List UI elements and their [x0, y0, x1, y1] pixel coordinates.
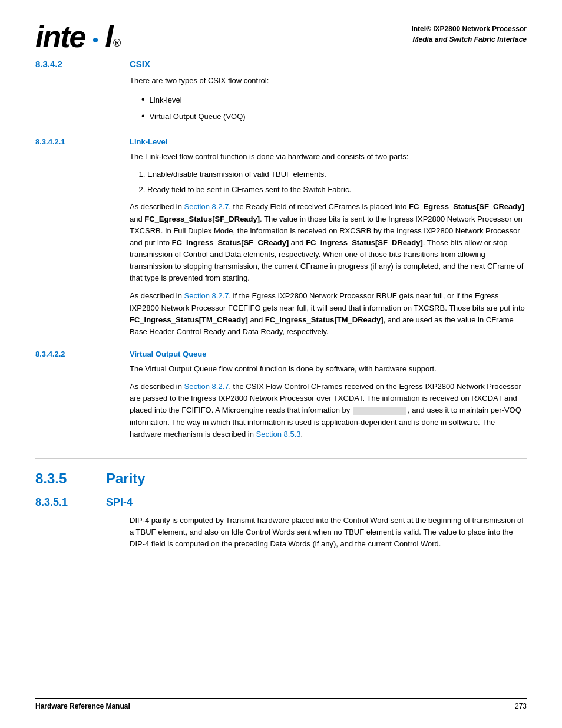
parity-heading: Parity: [106, 470, 527, 487]
placeholder-code: [353, 407, 406, 415]
link-level-para3: As described in Section 8.2.7, if the Eg…: [130, 290, 527, 338]
section-divider: [35, 458, 527, 459]
csix-intro: There are two types of CSIX flow control…: [130, 75, 527, 87]
section-83421-body: The Link-level flow control function is …: [130, 151, 527, 344]
spi4-para: DIP-4 parity is computed by Transmit har…: [130, 515, 527, 550]
logo-area: int e l ®: [35, 24, 121, 52]
link-level-para2: As described in Section 8.2.7, the Ready…: [130, 201, 527, 284]
section-83421-content: Link-Level: [130, 137, 527, 146]
bullet-voq: Virtual Output Queue (VOQ): [141, 109, 527, 123]
page-header: int e l ® Intel® IXP2800 Network Process…: [35, 24, 527, 52]
link-section-827-c[interactable]: Section 8.2.7: [184, 382, 229, 391]
product-title-line1: Intel® IXP2800 Network Processor: [411, 24, 527, 34]
bold-fc-ingress-dready: FC_Ingress_Status[SF_DReady]: [306, 238, 423, 247]
header-product-info: Intel® IXP2800 Network Processor Media a…: [411, 24, 527, 45]
bold-fc-egress-dready: FC_Egress_Status[SF_DReady]: [144, 215, 260, 223]
section-83422-body: The Virtual Output Queue flow control fu…: [130, 363, 527, 446]
bold-fc-ingress-cready: FC_Ingress_Status[SF_CReady]: [172, 238, 289, 247]
voq-para2: As described in Section 8.2.7, the CSIX …: [130, 381, 527, 440]
product-title-line2: Media and Switch Fabric Interface: [411, 34, 527, 45]
link-level-intro: The Link-level flow control function is …: [130, 151, 527, 163]
section-8342-content: CSIX: [130, 59, 527, 69]
section-8351-row: 8.3.5.1 SPI-4: [35, 496, 527, 509]
csix-bullets: Link-level Virtual Output Queue (VOQ): [141, 93, 527, 123]
list-item-1: Enable/disable transmission of valid TBU…: [147, 169, 527, 180]
footer-page-number: 273: [515, 702, 527, 710]
link-section-827-a[interactable]: Section 8.2.7: [184, 202, 229, 211]
section-8342-title: CSIX: [130, 59, 150, 69]
bullet-link-level: Link-level: [141, 93, 527, 107]
logo-dot-letter: e l: [70, 24, 113, 50]
voq-para1: The Virtual Output Queue flow control fu…: [130, 363, 527, 375]
link-section-853[interactable]: Section 8.5.3: [256, 430, 301, 439]
section-83422-content: Virtual Output Queue: [130, 350, 527, 358]
section-8351-number: 8.3.5.1: [35, 496, 106, 509]
section-8342-row: 8.3.4.2 CSIX: [35, 58, 527, 69]
section-83422-title: Virtual Output Queue: [130, 350, 207, 358]
page: int e l ® Intel® IXP2800 Network Process…: [0, 0, 562, 728]
section-8342-number: 8.3.4.2: [35, 58, 130, 69]
spi4-heading: SPI-4: [106, 496, 527, 509]
section-8351-body: DIP-4 parity is computed by Transmit har…: [130, 515, 527, 556]
logo-text: int: [35, 24, 70, 50]
section-835-row: 8.3.5 Parity: [35, 470, 527, 487]
section-83421-title: Link-Level: [130, 137, 167, 146]
section-83421-number: 8.3.4.2.1: [35, 136, 130, 146]
section-83422-number: 8.3.4.2.2: [35, 348, 130, 358]
bold-fc-ingress-tm-cready: FC_Ingress_Status[TM_CReady]: [130, 315, 248, 324]
section-8351-title-area: SPI-4: [106, 496, 527, 509]
bold-fc-ingress-tm-dready: FC_Ingress_Status[TM_DReady]: [265, 315, 384, 324]
list-item-2: Ready field to be sent in CFrames sent t…: [147, 184, 527, 196]
section-835-number: 8.3.5: [35, 470, 106, 487]
bold-fc-egress-cready: FC_Egress_Status[SF_CReady]: [409, 202, 524, 211]
section-835-title-area: Parity: [106, 470, 527, 487]
link-level-list: Enable/disable transmission of valid TBU…: [147, 169, 527, 195]
registered-trademark: ®: [113, 37, 121, 50]
section-8342-intro-area: There are two types of CSIX flow control…: [130, 75, 527, 129]
page-footer: Hardware Reference Manual 273: [35, 698, 527, 710]
link-section-827-b[interactable]: Section 8.2.7: [184, 291, 229, 300]
footer-manual-title: Hardware Reference Manual: [35, 702, 130, 710]
